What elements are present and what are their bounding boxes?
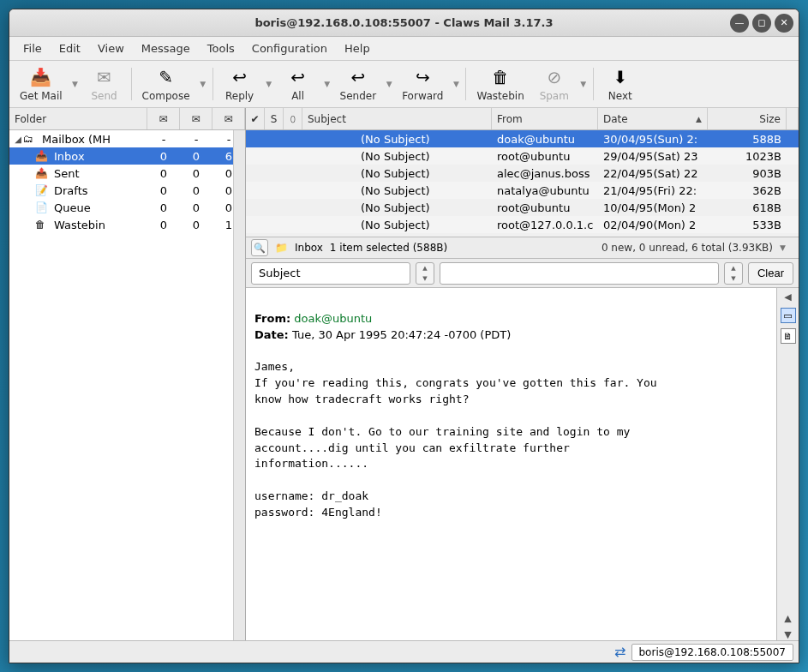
scroll-up-icon[interactable]: ▲ — [784, 613, 791, 624]
folder-root[interactable]: ◢ 🗂 Mailbox (MH - - - — [9, 130, 245, 147]
toolbar-separator — [593, 68, 594, 100]
sender-dropdown[interactable]: ▼ — [383, 64, 395, 104]
toolbar-separator — [212, 68, 213, 100]
sent-icon: 📤 — [35, 167, 49, 179]
titlebar[interactable]: boris@192.168.0.108:55007 - Claws Mail 3… — [9, 9, 799, 37]
folder-col-unread-icon[interactable]: ✉ — [180, 108, 212, 129]
get-mail-button[interactable]: 📥Get Mail — [13, 64, 69, 104]
status-folder: Inbox — [295, 242, 323, 254]
message-pane: ✔ S 𝟶 Subject From Date▲ Size (No Subjec… — [246, 108, 799, 640]
menu-configuration[interactable]: Configuration — [243, 39, 336, 58]
next-icon: ⬇ — [609, 66, 631, 88]
forward-dropdown[interactable]: ▼ — [450, 64, 462, 104]
message-view-sidebar: ◀ ▭ 🗎 ▲ ▼ — [776, 288, 799, 640]
message-row[interactable]: (No Subject)doak@ubuntu30/04/95(Sun) 2:5… — [246, 130, 799, 147]
minimize-button[interactable]: — — [730, 14, 749, 33]
next-button[interactable]: ⬇Next — [597, 64, 643, 104]
message-row[interactable]: (No Subject)root@ubuntu10/04/95(Mon) 261… — [246, 199, 799, 216]
compose-button[interactable]: ✎Compose — [135, 64, 197, 104]
col-size[interactable]: Size — [708, 108, 787, 129]
header-date-value: Tue, 30 Apr 1995 20:47:24 -0700 (PDT) — [292, 328, 511, 341]
inbox-icon: 📥 — [35, 150, 49, 162]
folder-scrollbar[interactable] — [233, 130, 245, 640]
toolbar-separator — [131, 68, 132, 100]
folder-sent[interactable]: 📤Sent000 — [9, 165, 245, 182]
status-selection: 1 item selected (588B) — [330, 242, 447, 254]
send-icon: ✉ — [93, 66, 116, 88]
header-date-label: Date: — [254, 328, 289, 341]
folder-wastebin[interactable]: 🗑Wastebin001 — [9, 216, 245, 233]
compose-icon: ✎ — [155, 66, 177, 88]
menu-file[interactable]: File — [15, 39, 51, 58]
folder-drafts[interactable]: 📝Drafts000 — [9, 182, 245, 199]
toolbar-separator — [465, 68, 466, 100]
get mail-icon: 📥 — [30, 66, 52, 88]
message-list[interactable]: (No Subject)doak@ubuntu30/04/95(Sun) 2:5… — [246, 130, 799, 237]
attachment-view-icon[interactable]: 🗎 — [781, 328, 796, 344]
message-row[interactable]: (No Subject)natalya@ubuntu21/04/95(Fri) … — [246, 182, 799, 199]
text-view-icon[interactable]: ▭ — [781, 308, 796, 323]
quicksearch-toggle[interactable]: 🔍 — [251, 239, 268, 256]
message-row[interactable]: (No Subject)root@127.0.0.1.c02/04/90(Mon… — [246, 216, 799, 233]
folder-col-new-icon[interactable]: ✉ — [147, 108, 180, 129]
col-subject[interactable]: Subject — [302, 108, 492, 129]
clear-button[interactable]: Clear — [748, 262, 793, 285]
col-attach[interactable]: 𝟶 — [284, 108, 302, 129]
folder-queue[interactable]: 📄Queue000 — [9, 199, 245, 216]
menu-message[interactable]: Message — [133, 39, 199, 58]
status-menu-icon[interactable]: ▼ — [780, 243, 793, 252]
all-icon: ↩ — [287, 66, 309, 88]
message-row[interactable]: (No Subject)alec@janus.boss22/04/95(Sat)… — [246, 165, 799, 182]
message-row[interactable]: (No Subject)root@ubuntu29/04/95(Sat) 231… — [246, 147, 799, 165]
msg-scrollbar-head — [787, 108, 799, 129]
prev-part-icon[interactable]: ◀ — [784, 291, 791, 303]
queue-icon: 📄 — [35, 201, 49, 213]
mailbox-icon: 🗂 — [23, 133, 37, 145]
folder-col-name[interactable]: Folder — [9, 108, 147, 129]
maximize-button[interactable]: ◻ — [752, 14, 771, 33]
drafts-icon: 📝 — [35, 184, 49, 196]
forward-button[interactable]: ↪Forward — [395, 64, 450, 104]
search-field-select[interactable]: Subject — [251, 262, 410, 285]
reply-icon: ↩ — [229, 66, 251, 88]
close-button[interactable]: ✕ — [775, 14, 793, 33]
get mail-dropdown[interactable]: ▼ — [69, 64, 81, 104]
folder-pane: Folder ✉ ✉ ✉ ◢ 🗂 Mailbox (MH - - - 📥Inbo… — [9, 108, 246, 640]
sender-button[interactable]: ↩Sender — [333, 64, 384, 104]
col-date[interactable]: Date▲ — [598, 108, 708, 129]
reply-button[interactable]: ↩Reply — [217, 64, 263, 104]
folder-inbox[interactable]: 📥Inbox006 — [9, 147, 245, 165]
compose-dropdown[interactable]: ▼ — [197, 64, 209, 104]
account-selector[interactable]: boris@192.168.0.108:55007 — [631, 644, 794, 661]
spam-button: ⊘Spam — [531, 64, 578, 104]
message-body[interactable]: From: doak@ubuntu Date: Tue, 30 Apr 1995… — [246, 288, 776, 640]
col-from[interactable]: From — [492, 108, 598, 129]
col-status[interactable]: S — [265, 108, 284, 129]
folder-col-total-icon[interactable]: ✉ — [212, 108, 245, 129]
folder-tree[interactable]: ◢ 🗂 Mailbox (MH - - - 📥Inbox006📤Sent000📝… — [9, 130, 245, 640]
forward-icon: ↪ — [411, 66, 434, 88]
wastebin-button[interactable]: 🗑Wastebin — [470, 64, 530, 104]
spam-icon: ⊘ — [543, 66, 566, 88]
folder-icon: 📁 — [275, 242, 288, 254]
menu-view[interactable]: View — [89, 39, 133, 58]
menu-edit[interactable]: Edit — [51, 39, 89, 58]
menubar: FileEditViewMessageToolsConfigurationHel… — [9, 37, 799, 61]
app-window: boris@192.168.0.108:55007 - Claws Mail 3… — [9, 9, 799, 663]
scroll-down-icon[interactable]: ▼ — [784, 629, 791, 640]
reply-dropdown[interactable]: ▼ — [263, 64, 275, 104]
menu-help[interactable]: Help — [336, 39, 379, 58]
menu-tools[interactable]: Tools — [199, 39, 243, 58]
col-mark[interactable]: ✔ — [246, 108, 265, 129]
send-button: ✉Send — [81, 64, 128, 104]
all-button[interactable]: ↩All — [275, 64, 321, 104]
spam-dropdown: ▼ — [578, 64, 590, 104]
all-dropdown[interactable]: ▼ — [321, 64, 333, 104]
connection-icon[interactable]: ⇄ — [614, 644, 625, 660]
wastebin-icon: 🗑 — [489, 66, 512, 88]
header-from-value[interactable]: doak@ubuntu — [294, 312, 372, 325]
search-field-spinner[interactable]: ▲▼ — [416, 262, 434, 285]
search-input[interactable] — [440, 262, 719, 285]
tree-collapse-icon[interactable]: ◢ — [13, 135, 23, 144]
search-history-spinner[interactable]: ▲▼ — [724, 262, 743, 285]
